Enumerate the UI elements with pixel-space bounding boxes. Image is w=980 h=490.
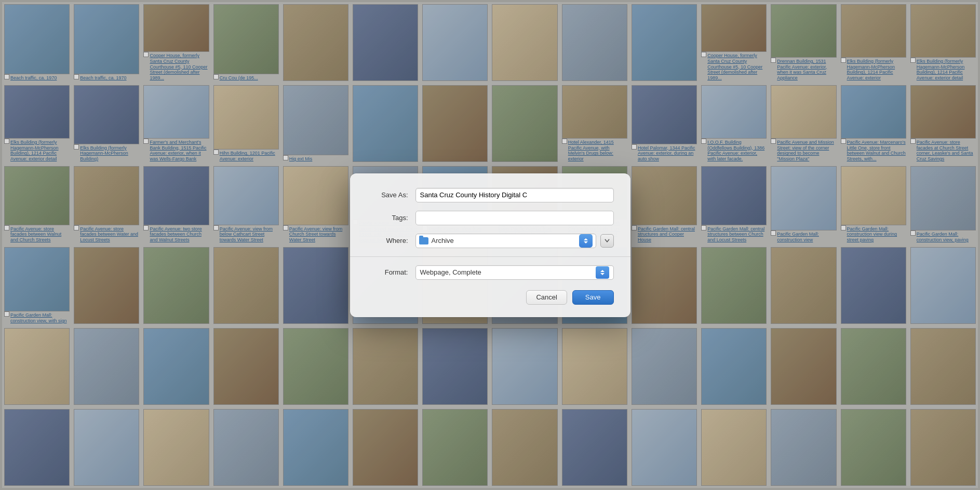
format-stepper-button[interactable] — [596, 266, 609, 279]
format-row: Format: Webpage, Complete — [367, 265, 614, 280]
tags-input[interactable] — [415, 211, 614, 225]
tags-row: Tags: — [367, 211, 614, 225]
svg-marker-2 — [600, 270, 605, 272]
modal-overlay: Save As: Tags: Where: Archive — [0, 0, 980, 490]
format-select[interactable]: Webpage, Complete — [415, 265, 614, 280]
save-as-row: Save As: — [367, 188, 614, 202]
dialog-divider — [350, 256, 630, 257]
where-row: Where: Archive — [367, 234, 614, 248]
chevron-down-icon — [605, 239, 610, 242]
folder-stepper-button[interactable] — [579, 234, 593, 248]
svg-marker-3 — [600, 273, 605, 275]
save-dialog: Save As: Tags: Where: Archive — [350, 173, 630, 317]
folder-icon — [419, 237, 428, 244]
format-value: Webpage, Complete — [420, 268, 596, 276]
stepper-arrows-icon — [583, 238, 588, 244]
where-container: Archive — [415, 234, 614, 248]
where-expand-button[interactable] — [600, 234, 614, 248]
dialog-actions: Cancel Save — [367, 290, 614, 305]
format-stepper-icon — [600, 269, 605, 276]
save-button[interactable]: Save — [572, 290, 614, 305]
folder-select[interactable]: Archive — [415, 234, 596, 248]
save-as-input[interactable] — [415, 188, 614, 202]
save-as-label: Save As: — [367, 191, 408, 199]
where-label: Where: — [367, 237, 408, 244]
svg-marker-0 — [584, 238, 588, 240]
svg-marker-1 — [584, 241, 588, 243]
format-label: Format: — [367, 268, 408, 276]
tags-label: Tags: — [367, 214, 408, 222]
cancel-button[interactable]: Cancel — [526, 290, 567, 305]
folder-name: Archive — [432, 237, 579, 244]
